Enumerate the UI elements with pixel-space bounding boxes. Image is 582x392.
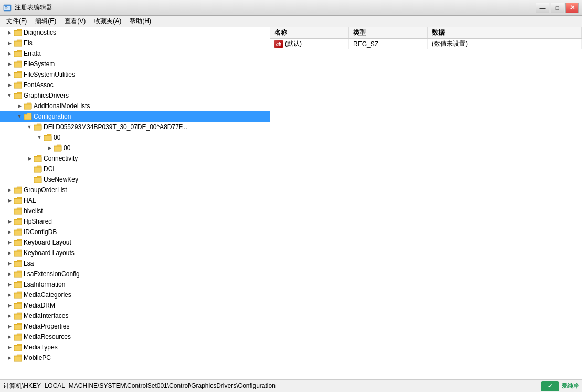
- tree-item-deld[interactable]: ▼ DELD055293M34BP039T_30_07DE_00^A8D77F.…: [0, 122, 270, 132]
- tree-label-errata: Errata: [24, 50, 41, 57]
- tree-expand-graphicsdrivers[interactable]: ▼: [5, 91, 14, 100]
- tree-expand-mediatypes[interactable]: ▶: [5, 343, 14, 352]
- tree-item-grouporderlist[interactable]: ▶ GroupOrderList: [0, 185, 270, 195]
- right-body: ab(默认)REG_SZ(数值未设置): [270, 39, 582, 379]
- menu-item-帮助[interactable]: 帮助(H): [125, 16, 155, 27]
- tree-item-hivelist[interactable]: hivelist: [0, 206, 270, 216]
- title-bar-left: 注册表编辑器: [3, 3, 52, 12]
- tree-item-fontassoc[interactable]: ▶ FontAssoc: [0, 80, 270, 90]
- minimize-button[interactable]: —: [536, 3, 549, 13]
- tree-item-lsainformation[interactable]: ▶ LsaInformation: [0, 279, 270, 290]
- tree-expand-mediainterfaces[interactable]: ▶: [5, 312, 14, 320]
- folder-icon-00_2: [54, 144, 62, 152]
- tree-expand-keyboardlayout[interactable]: ▶: [5, 238, 14, 247]
- svg-rect-3: [5, 7, 8, 8]
- tree-label-filesystem: FileSystem: [24, 60, 55, 68]
- tree-expand-00_1[interactable]: ▼: [35, 133, 44, 142]
- reg-row-0[interactable]: ab(默认)REG_SZ(数值未设置): [270, 39, 582, 49]
- tree-item-filesystemutilities[interactable]: ▶ FileSystemUtilities: [0, 69, 270, 80]
- tree-label-mediaproperties: MediaProperties: [24, 323, 69, 330]
- tree-item-hpshared[interactable]: ▶ HpShared: [0, 216, 270, 227]
- tree-item-errata[interactable]: ▶ Errata: [0, 48, 270, 59]
- tree-expand-lsa[interactable]: ▶: [5, 259, 14, 268]
- menu-item-查看[interactable]: 查看(V): [60, 16, 90, 27]
- folder-icon-mediatypes: [14, 344, 22, 351]
- tree-item-dci[interactable]: DCI: [0, 164, 270, 174]
- svg-rect-2: [5, 6, 7, 7]
- tree-item-diagnostics[interactable]: ▶ Diagnostics: [0, 27, 270, 38]
- col-header-name: 名称: [270, 27, 349, 38]
- tree-expand-fontassoc[interactable]: ▶: [5, 81, 14, 89]
- close-button[interactable]: ✕: [565, 3, 579, 13]
- tree-expand-diagnostics[interactable]: ▶: [5, 28, 14, 37]
- tree-expand-hpshared[interactable]: ▶: [5, 217, 14, 226]
- tree-item-filesystem[interactable]: ▶ FileSystem: [0, 59, 270, 69]
- tree-expand-idconfigdb[interactable]: ▶: [5, 228, 14, 236]
- tree-item-keyboardlayout[interactable]: ▶ Keyboard Layout: [0, 237, 270, 248]
- window-title: 注册表编辑器: [15, 3, 52, 12]
- tree-item-connectivity[interactable]: ▶ Connectivity: [0, 153, 270, 164]
- maximize-button[interactable]: □: [551, 3, 564, 13]
- tree-expand-deld[interactable]: ▼: [25, 123, 34, 131]
- folder-icon-hal: [14, 197, 22, 204]
- tree-item-mediatypes[interactable]: ▶ MediaTypes: [0, 342, 270, 353]
- menu-item-文件[interactable]: 文件(F): [2, 16, 31, 27]
- tree-expand-hal[interactable]: ▶: [5, 196, 14, 205]
- tree-expand-filesystem[interactable]: ▶: [5, 60, 14, 68]
- tree-item-idconfigdb[interactable]: ▶ IDConfigDB: [0, 227, 270, 237]
- folder-icon-filesystem: [14, 60, 22, 68]
- tree-expand-mediaproperties[interactable]: ▶: [5, 322, 14, 331]
- tree-expand-errata[interactable]: ▶: [5, 49, 14, 58]
- tree-item-00_2[interactable]: ▶ 00: [0, 143, 270, 153]
- tree-label-lsainformation: LsaInformation: [24, 281, 65, 288]
- tree-item-mediadrm[interactable]: ▶ MediaDRM: [0, 300, 270, 311]
- tree-expand-00_2[interactable]: ▶: [45, 144, 54, 152]
- tree-expand-additionalmodelists[interactable]: ▶: [15, 102, 24, 110]
- tree-expand-filesystemutilities[interactable]: ▶: [5, 70, 14, 79]
- tree-item-usenewkey[interactable]: UseNewKey: [0, 174, 270, 185]
- tree-item-keyboardlayouts[interactable]: ▶ Keyboard Layouts: [0, 248, 270, 258]
- tree-item-hal[interactable]: ▶ HAL: [0, 195, 270, 206]
- tree-expand-dci: [25, 165, 34, 173]
- tree-item-mediainterfaces[interactable]: ▶ MediaInterfaces: [0, 311, 270, 321]
- main-content: ▶ Diagnostics▶ Els▶ Errata▶ FileSystem▶ …: [0, 27, 582, 379]
- tree-scroll[interactable]: ▶ Diagnostics▶ Els▶ Errata▶ FileSystem▶ …: [0, 27, 270, 379]
- tree-item-lsa[interactable]: ▶ Lsa: [0, 258, 270, 269]
- tree-item-mobilepc[interactable]: ▶ MobilePC: [0, 353, 270, 363]
- tree-expand-lsainformation[interactable]: ▶: [5, 280, 14, 289]
- tree-label-mediadrm: MediaDRM: [24, 302, 55, 309]
- tree-expand-mediaresources[interactable]: ▶: [5, 333, 14, 341]
- reg-type-icon-0: ab: [274, 40, 283, 48]
- tree-expand-lsaextensionconfig[interactable]: ▶: [5, 270, 14, 278]
- reg-name-0: ab(默认): [270, 39, 349, 49]
- tree-item-mediaproperties[interactable]: ▶ MediaProperties: [0, 321, 270, 332]
- tree-item-els[interactable]: ▶ Els: [0, 38, 270, 48]
- tree-item-00_1[interactable]: ▼ 00: [0, 132, 270, 143]
- folder-icon-mediaproperties: [14, 323, 22, 330]
- tree-expand-mediacategories[interactable]: ▶: [5, 291, 14, 299]
- tree-item-configuration[interactable]: ▼ Configuration: [0, 111, 270, 122]
- tree-expand-grouporderlist[interactable]: ▶: [5, 186, 14, 194]
- tree-expand-configuration[interactable]: ▼: [15, 112, 24, 121]
- folder-icon-keyboardlayout: [14, 239, 22, 246]
- window-controls[interactable]: — □ ✕: [536, 3, 579, 13]
- tree-expand-els[interactable]: ▶: [5, 39, 14, 47]
- menu-item-收藏夹[interactable]: 收藏夹(A): [90, 16, 125, 27]
- tree-label-idconfigdb: IDConfigDB: [24, 228, 57, 236]
- tree-expand-keyboardlayouts[interactable]: ▶: [5, 249, 14, 257]
- tree-label-graphicsdrivers: GraphicsDrivers: [24, 92, 69, 99]
- tree-item-mediaresources[interactable]: ▶ MediaResources: [0, 332, 270, 342]
- folder-icon-els: [14, 39, 22, 47]
- tree-expand-mediadrm[interactable]: ▶: [5, 301, 14, 310]
- tree-item-lsaextensionconfig[interactable]: ▶ LsaExtensionConfig: [0, 269, 270, 279]
- tree-item-additionalmodelists[interactable]: ▶ AdditionalModeLists: [0, 101, 270, 111]
- tree-label-mediatypes: MediaTypes: [24, 344, 58, 351]
- tree-label-keyboardlayouts: Keyboard Layouts: [24, 249, 75, 257]
- tree-item-mediacategories[interactable]: ▶ MediaCategories: [0, 290, 270, 300]
- menu-item-编辑[interactable]: 编辑(E): [31, 16, 60, 27]
- tree-expand-connectivity[interactable]: ▶: [25, 154, 34, 163]
- tree-expand-mobilepc[interactable]: ▶: [5, 354, 14, 362]
- tree-label-usenewkey: UseNewKey: [44, 176, 78, 183]
- logo-icon: ✓: [541, 381, 559, 391]
- tree-item-graphicsdrivers[interactable]: ▼ GraphicsDrivers: [0, 90, 270, 101]
